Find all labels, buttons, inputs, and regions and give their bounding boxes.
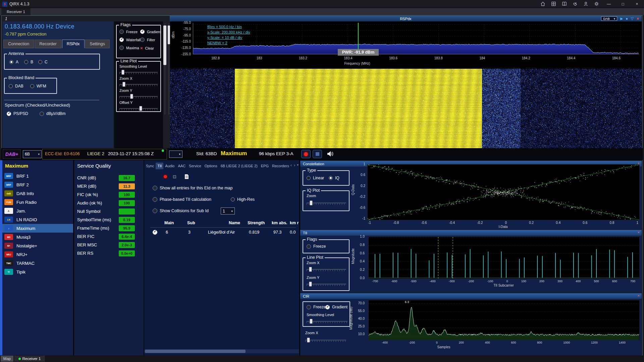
- spectrum-vslider-thumb[interactable]: [163, 25, 166, 65]
- iq-radio[interactable]: IQ: [329, 176, 339, 180]
- slider-thumb[interactable]: [121, 70, 124, 75]
- list-item[interactable]: BRFBRF 2: [2, 180, 73, 189]
- user-icon[interactable]: [580, 0, 591, 8]
- tab-rspdx[interactable]: RSPdx: [62, 40, 85, 48]
- col-km-abs[interactable]: km abs.: [272, 221, 287, 225]
- tabs-scroll-left-icon[interactable]: ‹: [290, 163, 292, 168]
- tabs-overflow-icon[interactable]: ▾: [297, 163, 299, 167]
- subid-dropdown[interactable]: 1 ▾: [221, 207, 235, 215]
- tab-tii[interactable]: TII: [156, 163, 163, 169]
- show-all-entries-checkbox[interactable]: Show all entries for this EId on the map: [153, 186, 232, 190]
- row-select-checkbox[interactable]: [153, 230, 157, 235]
- maxima-checkbox[interactable]: Maxima: [119, 46, 139, 50]
- maximize-button[interactable]: □: [616, 0, 630, 8]
- horizontal-scrollbar[interactable]: [144, 349, 299, 353]
- gear-icon[interactable]: [591, 0, 602, 8]
- tab-connection[interactable]: Connection: [3, 40, 34, 48]
- tab-epg[interactable]: EPG: [259, 163, 270, 169]
- freeze-checkbox[interactable]: Freeze: [119, 29, 138, 34]
- slider-thumb[interactable]: [139, 106, 142, 111]
- scrollbar-thumb[interactable]: [145, 350, 246, 353]
- antenna-a-radio[interactable]: A: [9, 60, 18, 64]
- list-item[interactable]: M3Musiq3: [2, 233, 73, 241]
- play-icon[interactable]: ▶: [620, 17, 623, 20]
- waterfall-checkbox[interactable]: Waterfall: [119, 38, 141, 42]
- col-km-rel[interactable]: km r: [290, 221, 299, 225]
- tii-panel-header[interactable]: TII ×: [300, 230, 642, 236]
- cir-panel-header[interactable]: CIR ×: [300, 293, 642, 299]
- tii-zoom-x-slider[interactable]: [307, 267, 346, 272]
- statusbar-tab-map[interactable]: Map: [1, 356, 13, 362]
- slider-thumb[interactable]: [309, 282, 312, 287]
- offset-y-slider[interactable]: [119, 106, 158, 111]
- tab-sync[interactable]: Sync: [144, 163, 156, 169]
- cir-zoom-x-slider[interactable]: [305, 338, 346, 343]
- tab-recorders[interactable]: Recorders: [270, 163, 291, 169]
- slider-thumb[interactable]: [307, 338, 310, 343]
- blocked-dab-radio[interactable]: DAB: [9, 84, 23, 88]
- satellite-dish-icon[interactable]: [570, 0, 580, 8]
- layout-grid-icon[interactable]: [548, 0, 559, 8]
- col-sub[interactable]: Sub: [187, 221, 195, 225]
- blocked-wfm-radio[interactable]: WFM: [30, 84, 46, 88]
- speaker-icon[interactable]: [327, 150, 334, 157]
- tab-service[interactable]: Service: [187, 163, 203, 169]
- zoom-x-slider[interactable]: [119, 82, 158, 87]
- statusbar-tab-receiver[interactable]: Receiver 1: [14, 356, 45, 362]
- extra-dropdown[interactable]: ▾: [169, 150, 182, 158]
- tii-freeze-checkbox[interactable]: Freeze: [307, 244, 326, 249]
- tabs-scroll-right-icon[interactable]: ›: [294, 163, 295, 168]
- gradient-checkbox[interactable]: Gradient: [140, 29, 161, 34]
- home-icon[interactable]: [537, 0, 548, 8]
- slider-thumb[interactable]: [310, 319, 313, 324]
- list-item[interactable]: LNLN RADIO: [2, 215, 73, 224]
- spectrum-plot[interactable]: [193, 23, 639, 55]
- antenna-c-radio[interactable]: C: [38, 60, 48, 64]
- list-item[interactable]: NRJNRJ+: [2, 250, 73, 259]
- dbuv-dbm-checkbox[interactable]: dBµV/dBm: [40, 111, 66, 116]
- cir-smoothing-slider[interactable]: [307, 319, 347, 324]
- band-dropdown[interactable]: DAB ▾: [601, 16, 617, 21]
- cir-freeze-checkbox[interactable]: Freeze: [307, 305, 326, 309]
- tab-aac[interactable]: AAC: [176, 163, 187, 169]
- list-item-selected[interactable]: ♪Maximum: [2, 224, 73, 233]
- close-receiver-icon[interactable]: ×: [637, 16, 639, 21]
- waterfall-vslider-thumb[interactable]: [168, 25, 170, 44]
- channel-dropdown[interactable]: 6B ▾: [23, 150, 42, 158]
- list-item[interactable]: BRFBRF 1: [2, 172, 73, 180]
- tab-ensemble[interactable]: 6B LIEGE 2 (LIEGE 2): [219, 163, 259, 169]
- minimize-button[interactable]: —: [602, 0, 616, 8]
- high-res-radio[interactable]: High-Res: [231, 197, 255, 202]
- filter-icon[interactable]: ▽: [631, 16, 634, 21]
- stop-button[interactable]: [313, 150, 322, 158]
- slider-thumb[interactable]: [130, 94, 133, 99]
- close-icon[interactable]: ×: [638, 294, 640, 298]
- col-main[interactable]: Main: [164, 221, 174, 225]
- filter-checkbox[interactable]: Filter: [140, 38, 155, 42]
- col-strength[interactable]: Strength: [248, 221, 265, 225]
- close-icon[interactable]: ×: [638, 230, 640, 234]
- list-item[interactable]: T!Tipik: [2, 267, 73, 276]
- cir-gradient-checkbox[interactable]: Gradient: [325, 305, 347, 309]
- linear-radio[interactable]: Linear: [307, 176, 324, 180]
- tab-audio[interactable]: Audio: [163, 163, 176, 169]
- phase-based-checkbox[interactable]: Phase-based TII calculation: [153, 197, 211, 202]
- tab-settings[interactable]: Settings: [85, 40, 110, 48]
- slider-thumb[interactable]: [309, 267, 312, 272]
- list-item[interactable]: N+Nostalgie+: [2, 241, 73, 250]
- smoothing-level-slider[interactable]: [119, 70, 158, 75]
- show-collisions-checkbox[interactable]: Show Collisions for Sub Id: [153, 208, 209, 213]
- stop-icon[interactable]: ■: [626, 17, 628, 20]
- list-item[interactable]: daBDAB Info: [2, 189, 73, 198]
- zoom-y-slider[interactable]: [119, 94, 158, 99]
- tii-zoom-y-slider[interactable]: [307, 282, 346, 287]
- clear-button[interactable]: ×Clear: [140, 46, 154, 51]
- list-item[interactable]: FUNFun Radio: [2, 198, 73, 206]
- tii-record-icon[interactable]: [164, 175, 167, 178]
- tii-stop-icon[interactable]: [173, 175, 176, 178]
- tab-receiver-1[interactable]: Receiver 1: [1, 8, 31, 15]
- col-name[interactable]: Name: [229, 221, 240, 225]
- waterfall-plot[interactable]: [170, 69, 642, 148]
- iq-zoom-slider[interactable]: [307, 200, 346, 205]
- list-item[interactable]: J.Jam.: [2, 206, 73, 215]
